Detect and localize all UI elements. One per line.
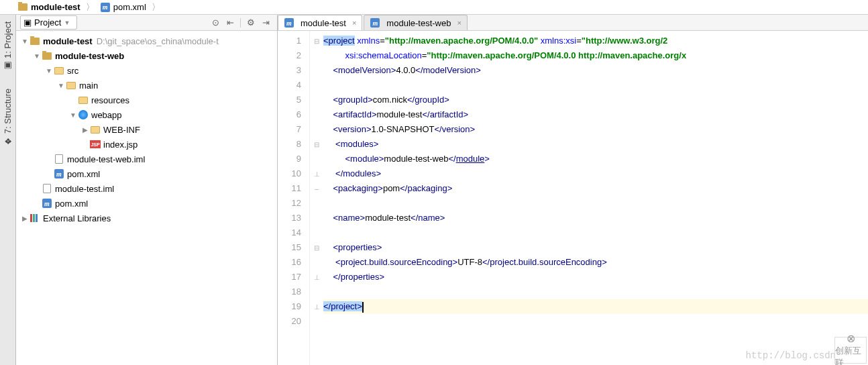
structure-tab-icon: ❖: [3, 136, 13, 146]
fold-marker[interactable]: ⊟: [310, 240, 323, 255]
close-icon[interactable]: ×: [352, 19, 356, 27]
code-line[interactable]: [323, 225, 868, 240]
expand-arrow-icon[interactable]: ▼: [56, 82, 66, 89]
tree-label: pom.xml: [67, 169, 100, 179]
code-line[interactable]: <project xmlns="http://maven.apache.org/…: [323, 34, 868, 48]
line-number[interactable]: 3: [278, 63, 301, 78]
line-number[interactable]: 5: [278, 93, 301, 107]
locate-icon[interactable]: ⊙: [209, 17, 221, 29]
fold-marker[interactable]: [310, 107, 323, 122]
line-number[interactable]: 19: [278, 299, 301, 314]
line-number[interactable]: 7: [278, 122, 301, 137]
line-number[interactable]: 8: [278, 137, 301, 152]
tree-item[interactable]: module-test.iml: [16, 181, 277, 196]
expand-arrow-icon[interactable]: ▼: [68, 111, 78, 119]
fold-marker[interactable]: ⊥: [310, 166, 323, 181]
fold-marker[interactable]: [310, 284, 323, 299]
tree-item[interactable]: ▶External Libraries: [16, 211, 277, 225]
code-line[interactable]: <name>module-test</name>: [323, 211, 868, 225]
project-tree[interactable]: ▼module-testD:\git_space\os_china\module…: [16, 31, 277, 365]
fold-marker[interactable]: [310, 196, 323, 211]
tree-item[interactable]: JSPindex.jsp: [16, 137, 277, 152]
tree-item[interactable]: ▼module-testD:\git_space\os_china\module…: [16, 34, 277, 48]
code-line[interactable]: xsi:schemaLocation="http://maven.apache.…: [323, 48, 868, 63]
code-line[interactable]: </modules>: [323, 166, 868, 181]
line-number[interactable]: 1: [278, 34, 301, 48]
editor-tab-module-test[interactable]: m module-test ×: [278, 15, 362, 30]
code-line[interactable]: <properties>: [323, 240, 868, 255]
fold-marker[interactable]: [310, 48, 323, 63]
library-icon: [30, 213, 40, 223]
tree-item[interactable]: ▼module-test-web: [16, 48, 277, 63]
code-line[interactable]: <version>1.0-SNAPSHOT</version>: [323, 122, 868, 137]
line-number[interactable]: 17: [278, 270, 301, 284]
project-view-selector[interactable]: ▣ Project ▼: [20, 15, 77, 30]
code-line[interactable]: [323, 196, 868, 211]
line-number[interactable]: 16: [278, 255, 301, 270]
code-line[interactable]: [323, 314, 868, 329]
line-number[interactable]: 11: [278, 181, 301, 196]
tree-item[interactable]: ▼main: [16, 78, 277, 93]
fold-marker[interactable]: [310, 152, 323, 166]
code-editor[interactable]: 1234567891011121314151617181920 ⊟⊟⊥–⊟⊥⊥ …: [278, 31, 868, 365]
code-line[interactable]: <project.build.sourceEncoding>UTF-8</pro…: [323, 255, 868, 270]
fold-marker[interactable]: [310, 255, 323, 270]
folder-icon: [66, 80, 76, 91]
code-line[interactable]: <module>module-test-web</module>: [323, 152, 868, 166]
expand-arrow-icon[interactable]: ▼: [32, 52, 42, 60]
line-number[interactable]: 14: [278, 225, 301, 240]
line-number[interactable]: 18: [278, 284, 301, 299]
close-icon[interactable]: ×: [457, 19, 461, 27]
fold-marker[interactable]: ⊥: [310, 270, 323, 284]
line-number[interactable]: 6: [278, 107, 301, 122]
tree-item[interactable]: mpom.xml: [16, 196, 277, 211]
fold-marker[interactable]: [310, 122, 323, 137]
expand-arrow-icon[interactable]: ▼: [44, 67, 54, 74]
expand-arrow-icon[interactable]: ▶: [80, 126, 90, 134]
line-number[interactable]: 20: [278, 314, 301, 329]
sidebar-tab-project[interactable]: ▣ 1: Project: [1, 19, 14, 74]
hide-icon[interactable]: ⇥: [260, 17, 272, 29]
line-number[interactable]: 4: [278, 78, 301, 93]
tree-item[interactable]: ▶WEB-INF: [16, 122, 277, 137]
code-line[interactable]: </properties>: [323, 270, 868, 284]
fold-marker[interactable]: ⊥: [310, 299, 323, 314]
tree-item[interactable]: module-test-web.iml: [16, 152, 277, 166]
fold-marker[interactable]: [310, 63, 323, 78]
expand-arrow-icon[interactable]: ▼: [20, 38, 30, 45]
fold-marker[interactable]: ⊟: [310, 34, 323, 48]
line-number[interactable]: 13: [278, 211, 301, 225]
fold-marker[interactable]: –: [310, 181, 323, 196]
code-line[interactable]: <artifactId>module-test</artifactId>: [323, 107, 868, 122]
expand-arrow-icon[interactable]: ▶: [20, 215, 30, 222]
collapse-icon[interactable]: ⇤: [224, 17, 236, 29]
line-number[interactable]: 9: [278, 152, 301, 166]
sidebar-tab-structure[interactable]: ❖ 7: Structure: [1, 86, 14, 149]
code-content[interactable]: <project xmlns="http://maven.apache.org/…: [323, 31, 868, 365]
fold-marker[interactable]: [310, 225, 323, 240]
fold-marker[interactable]: [310, 211, 323, 225]
fold-marker[interactable]: [310, 93, 323, 107]
gear-icon[interactable]: ⚙: [245, 17, 257, 29]
line-number[interactable]: 12: [278, 196, 301, 211]
code-line[interactable]: <modules>: [323, 137, 868, 152]
breadcrumb-item-root[interactable]: module-test: [13, 0, 85, 14]
editor-tab-module-test-web[interactable]: m module-test-web ×: [364, 15, 468, 30]
tree-item[interactable]: ▼src: [16, 63, 277, 78]
code-line[interactable]: <modelVersion>4.0.0</modelVersion>: [323, 63, 868, 78]
fold-marker[interactable]: [310, 78, 323, 93]
fold-marker[interactable]: [310, 314, 323, 329]
tree-item[interactable]: mpom.xml: [16, 166, 277, 181]
code-line[interactable]: </project>: [323, 299, 868, 314]
fold-marker[interactable]: ⊟: [310, 137, 323, 152]
breadcrumb-item-file[interactable]: m pom.xml: [96, 0, 150, 14]
line-number[interactable]: 15: [278, 240, 301, 255]
code-line[interactable]: [323, 78, 868, 93]
line-number[interactable]: 2: [278, 48, 301, 63]
code-line[interactable]: <packaging>pom</packaging>: [323, 181, 868, 196]
tree-item[interactable]: resources: [16, 93, 277, 107]
line-number[interactable]: 10: [278, 166, 301, 181]
code-line[interactable]: [323, 284, 868, 299]
tree-item[interactable]: ▼webapp: [16, 107, 277, 122]
code-line[interactable]: <groupId>com.nick</groupId>: [323, 93, 868, 107]
